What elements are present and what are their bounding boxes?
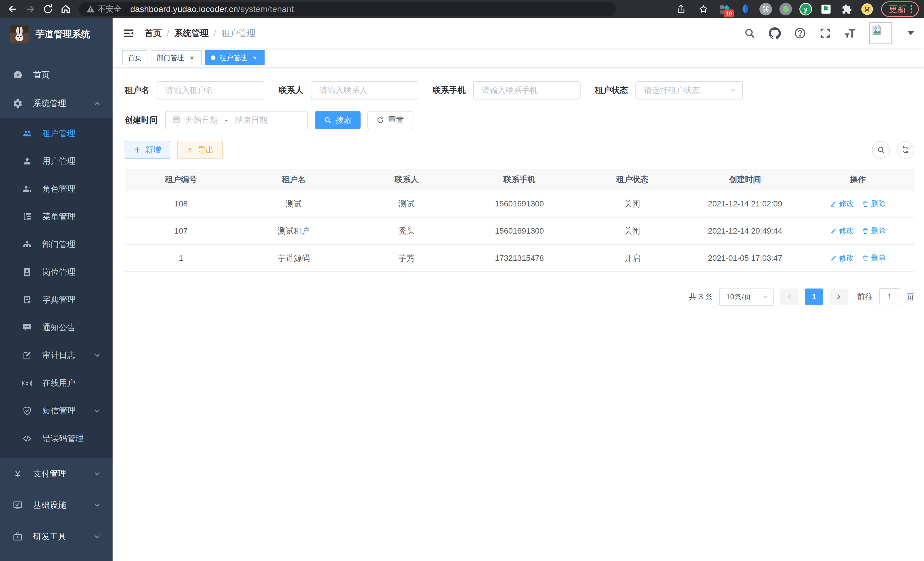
cell-name: 芋道源码	[237, 253, 350, 264]
sidebar-item-tenant[interactable]: 租户管理	[0, 120, 112, 147]
chevron-down-icon	[762, 293, 769, 300]
sidebar-item-post[interactable]: 岗位管理	[0, 258, 112, 286]
col-header-name: 租户名	[237, 174, 350, 185]
sidebar-item-dept[interactable]: 部门管理	[0, 230, 112, 258]
delete-link[interactable]: 删除	[862, 226, 886, 236]
mobile-input[interactable]	[473, 81, 580, 99]
kite-extension-icon[interactable]	[739, 3, 752, 16]
add-button[interactable]: 新增	[124, 141, 170, 159]
cell-name: 测试租户	[237, 226, 350, 236]
sidebar-item-label: 字典管理	[42, 294, 75, 306]
address-bar[interactable]: 不安全 dashboard.yudao.iocoder.cn/system/te…	[79, 2, 616, 16]
create-time-range-picker[interactable]: 开始日期 - 结束日期	[165, 111, 308, 129]
goto-page-input[interactable]	[879, 288, 900, 305]
close-icon[interactable]: ×	[188, 54, 196, 62]
forward-icon[interactable]	[23, 2, 38, 17]
fullscreen-icon[interactable]	[819, 27, 831, 39]
avatar-dropdown-caret[interactable]	[908, 31, 914, 35]
sidebar-item-role[interactable]: 角色管理	[0, 175, 112, 203]
sms-shield-icon	[22, 406, 32, 416]
page-size-select[interactable]: 10条/页	[719, 288, 774, 306]
browser-update-button[interactable]: 更新	[881, 2, 919, 17]
goto-label: 前往	[857, 292, 873, 302]
edit-link[interactable]: 修改	[830, 199, 854, 209]
contact-input[interactable]	[311, 81, 418, 99]
broken-image-icon	[871, 24, 882, 35]
col-header-created: 创建时间	[688, 174, 801, 185]
browser-menu-icon[interactable]	[910, 5, 912, 13]
tag-home[interactable]: 首页	[122, 50, 147, 65]
flag-extension-icon[interactable]	[819, 3, 832, 16]
reset-button[interactable]: 重置	[368, 111, 413, 129]
tags-view: 首页 部门管理 × 租户管理 ×	[112, 48, 924, 68]
prev-page-button[interactable]	[780, 289, 799, 305]
sidebar-item-devtools[interactable]: 研发工具	[0, 521, 112, 552]
sidebar-item-error-code[interactable]: 错误码管理	[0, 425, 112, 452]
home-icon[interactable]	[58, 2, 73, 17]
app-logo[interactable]: 芋道管理系统	[0, 18, 112, 50]
sidebar-item-dict[interactable]: 字典管理	[0, 286, 112, 314]
chevron-down-icon	[93, 470, 101, 478]
chevron-down-icon	[93, 407, 101, 415]
sidebar-item-notice[interactable]: 通知公告	[0, 314, 112, 341]
cell-contact: 秃头	[350, 226, 463, 236]
toggle-search-button[interactable]	[872, 141, 890, 159]
dept-org-icon	[22, 240, 32, 249]
table-row: 108 测试 测试 15601691300 关闭 2021-12-14 21:0…	[124, 190, 914, 218]
github-icon[interactable]	[769, 27, 781, 39]
back-icon[interactable]	[5, 2, 20, 17]
tag-dept[interactable]: 部门管理 ×	[151, 50, 202, 65]
cell-id: 1	[124, 254, 237, 263]
sidebar-item-infra[interactable]: 基础设施	[0, 490, 112, 521]
sidebar-item-pay[interactable]: ¥ 支付管理	[0, 458, 112, 490]
delete-link[interactable]: 删除	[862, 253, 886, 263]
next-page-button[interactable]	[830, 289, 848, 305]
tenant-name-input[interactable]	[157, 81, 264, 99]
sidebar-item-system[interactable]: 系统管理	[0, 89, 112, 118]
share-icon[interactable]	[674, 2, 688, 17]
sidebar-item-menu[interactable]: 菜单管理	[0, 203, 112, 230]
delete-link[interactable]: 删除	[862, 199, 886, 209]
header-search-icon[interactable]	[743, 27, 756, 39]
font-size-icon[interactable]	[844, 27, 856, 39]
status-select[interactable]: 请选择租户状态	[635, 81, 743, 99]
sidebar-item-audit-log[interactable]: 审计日志	[0, 341, 112, 369]
refresh-table-button[interactable]	[897, 141, 914, 159]
user-avatar[interactable]	[869, 22, 892, 44]
sidebar-item-sms[interactable]: 短信管理	[0, 397, 112, 425]
recorder-extension-icon[interactable]	[779, 3, 792, 15]
current-page-button[interactable]: 1	[805, 289, 823, 305]
sidebar-item-home[interactable]: 首页	[0, 61, 112, 89]
notice-bubble-icon	[22, 323, 32, 332]
search-button[interactable]: 搜索	[315, 111, 361, 129]
sidebar-item-user[interactable]: 用户管理	[0, 147, 112, 175]
tag-tenant[interactable]: 租户管理 ×	[205, 50, 265, 65]
profile-avatar-icon[interactable]	[861, 3, 874, 16]
command-extension-icon[interactable]: ⌘	[759, 3, 772, 15]
sidebar-item-label: 研发工具	[33, 531, 66, 542]
sidebar-item-online-user[interactable]: 在线用户	[0, 369, 112, 397]
close-icon[interactable]: ×	[251, 54, 259, 62]
edit-link[interactable]: 修改	[830, 226, 854, 236]
reload-icon[interactable]	[40, 2, 56, 17]
address-divider	[126, 5, 126, 14]
y-extension-icon[interactable]: y	[800, 3, 812, 15]
top-navbar: 首页 / 系统管理 / 租户管理	[112, 18, 924, 48]
online-user-icon	[22, 378, 32, 388]
puzzle-extensions-icon[interactable]	[840, 3, 853, 16]
yen-icon: ¥	[13, 469, 23, 479]
help-icon[interactable]	[794, 27, 806, 39]
url-text: dashboard.yudao.iocoder.cn/system/tenant	[130, 4, 294, 14]
tag-manager-extension-icon[interactable]: 10	[718, 3, 731, 16]
not-secure-warning[interactable]: 不安全	[86, 4, 122, 15]
cell-id: 107	[124, 226, 237, 236]
col-header-actions: 操作	[801, 174, 914, 185]
bookmark-star-icon[interactable]	[696, 2, 711, 17]
breadcrumb-home[interactable]: 首页	[145, 27, 162, 39]
edit-link[interactable]: 修改	[830, 253, 854, 263]
export-button[interactable]: 导出	[177, 141, 223, 159]
sidebar-fold-icon[interactable]	[122, 27, 135, 39]
breadcrumb-separator: /	[214, 28, 216, 38]
sidebar-item-label: 用户管理	[42, 156, 75, 167]
breadcrumb-system[interactable]: 系统管理	[174, 27, 208, 39]
